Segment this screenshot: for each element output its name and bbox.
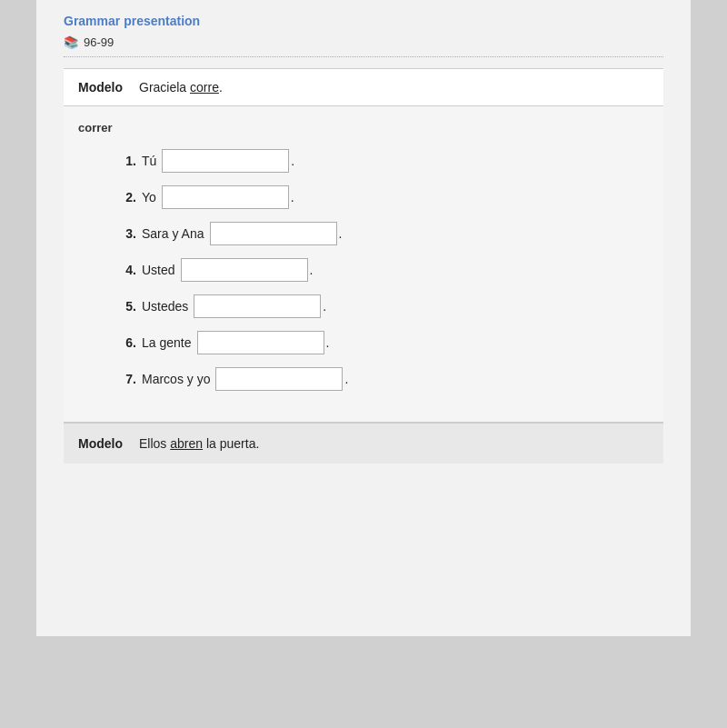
list-item: 5. Ustedes . xyxy=(115,294,649,318)
item-number-3: 3. xyxy=(115,226,136,241)
item-number-5: 5. xyxy=(115,299,136,314)
modelo1-label: Modelo xyxy=(78,80,128,95)
verb-section: correr 1. Tú . 2. Yo . 3. Sara y Ana xyxy=(64,106,663,423)
period-7: . xyxy=(344,372,348,386)
item-subject-4: Usted xyxy=(142,263,175,277)
modelo2-text: Ellos abren la puerta. xyxy=(139,436,259,451)
period-6: . xyxy=(326,335,330,350)
list-item: 7. Marcos y yo . xyxy=(115,367,649,391)
period-3: . xyxy=(339,226,343,241)
modelo1-text: Graciela corre. xyxy=(139,80,223,95)
list-item: 6. La gente . xyxy=(115,331,649,354)
book-icon: 📚 xyxy=(64,35,78,49)
item-number-7: 7. xyxy=(115,372,136,386)
verb-label: correr xyxy=(78,121,649,135)
modelo2-label: Modelo xyxy=(78,436,128,451)
item-number-4: 4. xyxy=(115,263,136,277)
period-1: . xyxy=(291,154,294,168)
item-subject-1: Tú xyxy=(142,154,156,168)
item-number-6: 6. xyxy=(115,335,136,350)
grammar-header: Grammar presentation xyxy=(64,9,663,28)
page-ref-section: 📚 96-99 xyxy=(64,35,663,57)
period-4: . xyxy=(310,263,314,277)
item-number-2: 2. xyxy=(115,190,136,204)
item-subject-7: Marcos y yo xyxy=(142,372,210,386)
modelo1-section: Modelo Graciela corre. xyxy=(64,68,663,106)
modelo1-text-after: . xyxy=(219,80,223,95)
modelo2-text-before: Ellos xyxy=(139,436,170,451)
list-item: 1. Tú . xyxy=(115,149,649,173)
answer-input-1[interactable] xyxy=(162,149,289,173)
exercise-list: 1. Tú . 2. Yo . 3. Sara y Ana . xyxy=(115,149,649,391)
page-ref-number: 96-99 xyxy=(84,35,114,49)
item-subject-2: Yo xyxy=(142,190,156,204)
item-subject-5: Ustedes xyxy=(142,299,188,314)
answer-input-7[interactable] xyxy=(215,367,343,391)
page-container: Grammar presentation 📚 96-99 Modelo Grac… xyxy=(0,0,727,728)
answer-input-4[interactable] xyxy=(181,258,308,282)
answer-input-5[interactable] xyxy=(194,294,321,318)
list-item: 2. Yo . xyxy=(115,185,649,209)
item-subject-3: Sara y Ana xyxy=(142,226,204,241)
period-5: . xyxy=(323,299,326,314)
modelo2-section: Modelo Ellos abren la puerta. xyxy=(64,423,663,464)
answer-input-6[interactable] xyxy=(197,331,324,354)
modelo1-underlined: corre xyxy=(190,80,219,95)
answer-input-2[interactable] xyxy=(162,185,289,209)
answer-input-3[interactable] xyxy=(210,222,337,245)
modelo2-text-after: la puerta. xyxy=(203,436,259,451)
content-area: Grammar presentation 📚 96-99 Modelo Grac… xyxy=(36,0,691,636)
grammar-header-text: Grammar presentation xyxy=(64,14,200,28)
modelo1-text-before: Graciela xyxy=(139,80,190,95)
period-2: . xyxy=(291,190,294,204)
item-number-1: 1. xyxy=(115,154,136,168)
modelo2-underlined: abren xyxy=(170,436,203,451)
list-item: 4. Usted . xyxy=(115,258,649,282)
item-subject-6: La gente xyxy=(142,335,192,350)
list-item: 3. Sara y Ana . xyxy=(115,222,649,245)
